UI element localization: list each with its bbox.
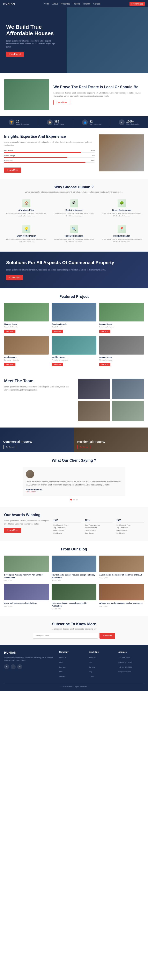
footer-address-phone[interactable]: +62 123 456 7890: [118, 666, 132, 668]
project-image-3: [99, 303, 144, 321]
social-instagram-button[interactable]: in: [17, 664, 22, 669]
project-image-1: [4, 303, 49, 321]
stat-label-years: Years Experience: [16, 123, 29, 125]
footer-quicklink-contact[interactable]: Contact: [89, 676, 95, 678]
why-text-premium: Lorem ipsum dolor sit amet, consectetur …: [102, 238, 142, 243]
footer-logo: HUNIAN: [4, 651, 55, 654]
progress-fill-interior: [4, 157, 67, 158]
footer-quicklink-col: Quick link About Us Blog Services FAQ Co…: [89, 651, 114, 679]
project-card-1: Magnus House Jakarta, Indonesia See More: [4, 303, 49, 333]
progress-label-interior: Interior Design: [4, 155, 15, 157]
nav-cta-button[interactable]: Free Project: [129, 2, 145, 6]
subscribe-button[interactable]: Subscribe: [99, 633, 115, 639]
project-name-6: Saphire House: [99, 356, 144, 358]
award-item: Top Architecture: [53, 527, 81, 529]
insights-cta-button[interactable]: Learn More: [4, 167, 21, 173]
subscribe-section: Subscribe To Know More Lorem ipsum dolor…: [0, 616, 148, 645]
blog-post-title-1: Developers Planning For Perth Port Yards…: [4, 574, 49, 579]
footer-quicklink-about[interactable]: About Us: [89, 657, 95, 659]
project-cta-1[interactable]: See More: [4, 330, 16, 333]
testimonial-dot-2[interactable]: [73, 499, 75, 501]
footer-link-contact[interactable]: Contact: [59, 676, 65, 678]
award-item: Best Design: [85, 532, 112, 534]
team-grid: [78, 379, 144, 422]
residential-property-cta[interactable]: Get Started: [77, 445, 90, 449]
prove-image: [4, 80, 49, 110]
project-cta-2[interactable]: See More: [52, 330, 63, 333]
footer-copyright: © 2021 Hunian. All Rights Reserved.: [4, 683, 144, 687]
stat-icon-projects: 🏠: [47, 119, 53, 125]
award-item: Green Building: [53, 530, 81, 531]
project-cta-6[interactable]: See More: [99, 363, 111, 366]
progress-construction: Construction 90%: [4, 160, 95, 163]
nav-link-about[interactable]: About: [52, 3, 57, 5]
testimonials-section: What Our Client Saying ? Lorem ipsum dol…: [0, 452, 148, 507]
nav-link-projects[interactable]: Projects: [73, 3, 80, 5]
prove-cta-button[interactable]: Learn More: [53, 100, 70, 105]
stat-item-projects: 🏠 385 Best Projects: [47, 119, 64, 125]
footer-link-services[interactable]: Services: [59, 666, 65, 668]
progress-architecture: Architecture 85%: [4, 150, 95, 153]
stat-label-team: Team Members: [89, 123, 101, 125]
why-text-smart: Lorem ipsum dolor sit amet, consectetur …: [6, 238, 46, 243]
awards-right: 2018 Best Property Award Top Architectur…: [53, 519, 144, 535]
commercial-property-cta[interactable]: Get Started: [3, 445, 16, 449]
project-cta-3[interactable]: See More: [99, 330, 111, 333]
footer-address-street: 123 Main Street: [118, 657, 130, 659]
why-icon-smart: [22, 225, 30, 233]
why-text-affordable: Lorem ipsum dolor sit amet, consectetur …: [6, 212, 46, 218]
award-item: Best Design: [53, 532, 81, 534]
project-cta-4[interactable]: See More: [4, 363, 16, 366]
subscribe-email-input[interactable]: [33, 633, 98, 639]
progress-val-construction: 90%: [91, 160, 95, 162]
social-twitter-button[interactable]: t: [11, 664, 16, 669]
blog-post-title-6: What 25 Years Bright at Home Feels a New…: [99, 602, 144, 605]
residential-property-content: Residential Property Get Started: [77, 440, 105, 449]
blog-card-5: The Psychology of any High-Cost Hobby Pu…: [52, 584, 96, 609]
project-location-5: Yogyakarta, Indonesia: [52, 359, 96, 361]
footer-quicklink-faq[interactable]: FAQ: [89, 671, 92, 673]
footer-brand-col: HUNIAN Lorem ipsum dolor sit amet, conse…: [4, 651, 55, 679]
footer-quicklink-services[interactable]: Services: [89, 666, 95, 668]
award-item: Top Architecture: [85, 527, 112, 529]
stat-label-projects: Best Projects: [54, 123, 64, 125]
progress-label-construction: Construction: [4, 160, 13, 162]
testimonial-author-name: Andrew Stevens: [26, 488, 42, 491]
testimonial-author-role: Home Owner: [26, 491, 42, 493]
team-member-1: [78, 379, 110, 399]
hero-cta-button[interactable]: Free Project: [6, 52, 24, 57]
nav-link-contact[interactable]: Contact: [93, 3, 100, 5]
commercial-cta-button[interactable]: Contact Us: [6, 275, 23, 280]
prove-section: We Prove The Real Estate Is Local Or Sho…: [0, 73, 148, 116]
project-card-2: Quantum Benefit Bali, Indonesia See More: [52, 303, 96, 333]
why-icon-research: [70, 225, 78, 233]
footer-link-about[interactable]: About Us: [59, 657, 66, 659]
awards-year-2020: 2020 Best Property Award Top Architectur…: [116, 519, 144, 535]
commercial-title: Solutions For All Aspects Of Commercial …: [6, 260, 142, 266]
project-cta-5[interactable]: See More: [52, 363, 63, 366]
award-item: Green Building: [85, 530, 112, 531]
stat-item-years: 🏆 10 Years Experience: [9, 119, 29, 125]
project-image-2: [52, 303, 96, 321]
why-title-affordable: Affordable Price: [6, 209, 46, 211]
footer-address-col: Address 123 Main Street Jakarta, Indones…: [118, 651, 144, 679]
blog-card-2: How to Land a Budget Focused Design on H…: [52, 555, 96, 581]
stat-values-years: 10 Years Experience: [16, 120, 29, 125]
residential-property-title: Residential Property: [77, 440, 105, 443]
nav-link-home[interactable]: Home: [44, 3, 49, 5]
testimonial-dot-1[interactable]: [70, 499, 72, 501]
nav-link-properties[interactable]: Properties: [60, 3, 70, 5]
awards-cta-button[interactable]: Learn More: [4, 528, 21, 533]
testimonial-dot-3[interactable]: [76, 499, 78, 501]
footer-quicklink-blog[interactable]: Blog: [89, 662, 92, 663]
blog-date-4: June 22, 2021: [4, 606, 49, 607]
footer-link-faq[interactable]: FAQ: [59, 671, 62, 673]
hero-title: We Build True Affordable Houses: [6, 24, 60, 37]
footer-address-email[interactable]: info@hunian.com: [118, 671, 131, 673]
nav-links: Home About Properties Projects Finance C…: [44, 3, 100, 5]
social-facebook-button[interactable]: f: [4, 664, 9, 669]
footer-link-blog[interactable]: Blog: [59, 662, 62, 663]
nav-link-finance[interactable]: Finance: [83, 3, 91, 5]
awards-year-label-2020: 2020: [116, 519, 144, 522]
hero-description: Lorem ipsum dolor sit amet, consectetur …: [6, 40, 60, 48]
